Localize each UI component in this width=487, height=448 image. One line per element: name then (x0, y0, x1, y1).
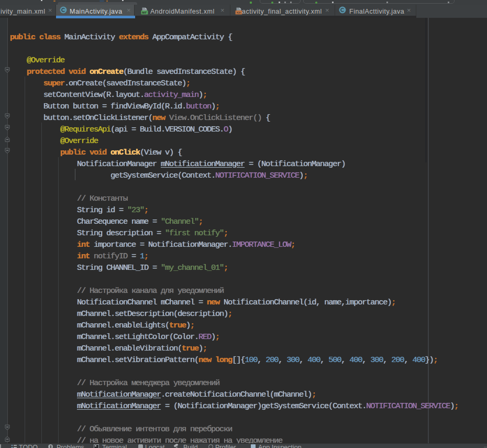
svg-text:<>: <> (237, 11, 241, 14)
svg-text:MF: MF (142, 11, 147, 14)
